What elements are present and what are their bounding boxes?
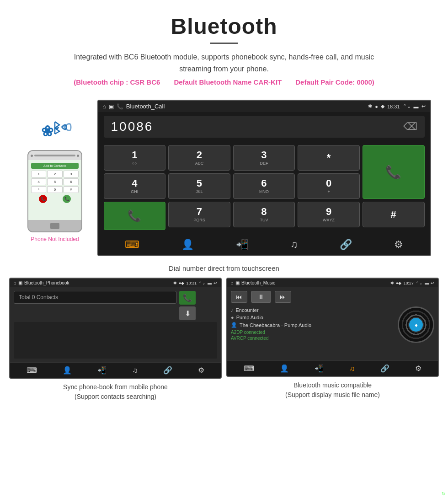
phone-side: ❀ Add to Contacts 1 2 <box>17 100 93 242</box>
phonebook-wrap: ⌂ ▣ Bluetooth_Phonebook ✱ ●◆ 18:31 ⌃⌄ ▬ … <box>9 278 222 402</box>
pb-call-transfer-icon[interactable]: 📲 <box>97 366 107 375</box>
spec-name: Default Bluetooth Name CAR-KIT <box>174 78 282 86</box>
pb-call-button[interactable]: 📞 <box>179 291 196 305</box>
key-3[interactable]: 3DEF <box>233 145 295 171</box>
music-content: ⏮ ⏸ ⏭ ♪ Encounter ● Pump Audio <box>227 287 438 360</box>
key-star[interactable]: * <box>298 145 360 171</box>
music-pause-button[interactable]: ⏸ <box>251 291 271 303</box>
track-note-icon: ♪ <box>231 307 234 313</box>
page-specs: (Bluetooth chip : CSR BC6 Default Blueto… <box>18 78 430 86</box>
phonebook-content: Total 0 Contacts 📞 ⬇ <box>10 287 221 362</box>
phonebook-status-bar: ⌂ ▣ Bluetooth_Phonebook ✱ ●◆ 18:31 ⌃⌄ ▬ … <box>10 279 221 287</box>
dial-number: 10086 <box>111 119 154 134</box>
track-1-label: Encounter <box>236 307 259 313</box>
status-left: ⌂ ▣ 📞 Bluetooth_Call <box>103 103 165 110</box>
status-right: ✱ ● ◆ 18:31 ⌃⌄ ▬ ↩ <box>368 103 425 109</box>
menu-icon: ▬ <box>414 104 419 109</box>
key-hash[interactable]: # <box>363 202 425 227</box>
home-icon: ⌂ <box>103 103 106 110</box>
music-bottom-bar: ⌨ 👤 📲 ♫ 🔗 ⚙ <box>227 360 438 376</box>
music-icon[interactable]: ♫ <box>290 239 298 251</box>
key-6[interactable]: 6MNO <box>233 173 295 199</box>
pb-menu: ▬ <box>208 281 212 285</box>
signal-dot2: ◆ <box>381 103 384 109</box>
music-prev-button[interactable]: ⏮ <box>231 291 247 303</box>
track-row-1: ♪ Encounter <box>231 306 394 314</box>
track-list: ♪ Encounter ● Pump Audio 👤 The Cheebacab… <box>231 306 394 343</box>
key-9[interactable]: 9WXYZ <box>298 202 360 227</box>
music-next-button[interactable]: ⏭ <box>275 291 291 303</box>
settings-icon[interactable]: ⚙ <box>394 239 403 251</box>
pb-contacts-icon[interactable]: 👤 <box>63 366 72 375</box>
mu-link-icon[interactable]: 🔗 <box>380 364 389 373</box>
page-title: Bluetooth <box>18 14 430 39</box>
contact-search-field[interactable]: Total 0 Contacts <box>14 291 176 304</box>
phone-icon-status: 📞 <box>117 103 123 110</box>
mu-app-name: Bluetooth_Music <box>241 280 275 285</box>
page-header: Bluetooth Integrated with BC6 Bluetooth … <box>0 0 448 95</box>
phone-image: Add to Contacts 1 2 3 4 5 6 * 0 # 📞 📞 <box>27 150 82 232</box>
keypad-icon[interactable]: ⌨ <box>125 239 139 251</box>
mu-contacts-icon[interactable]: 👤 <box>280 364 289 373</box>
phone-key-star: * <box>31 186 46 193</box>
music-controls: ⏮ ⏸ ⏭ <box>231 291 434 303</box>
phone-add-contact: Add to Contacts <box>31 163 79 169</box>
pb-status-right: ✱ ●◆ 18:31 ⌃⌄ ▬ ↩ <box>173 281 217 285</box>
mu-keypad-icon[interactable]: ⌨ <box>244 364 254 373</box>
mu-signal: ●◆ <box>396 281 401 285</box>
pb-keypad-icon[interactable]: ⌨ <box>27 366 37 375</box>
mu-home-icon: ⌂ <box>231 280 234 285</box>
contacts-icon[interactable]: 👤 <box>181 239 194 251</box>
mu-settings-icon[interactable]: ⚙ <box>415 364 421 373</box>
call-button[interactable]: 📞 <box>363 145 425 199</box>
signal-dot: ● <box>375 104 378 109</box>
pb-settings-icon[interactable]: ⚙ <box>198 366 204 375</box>
mu-time: 18:27 <box>403 281 414 285</box>
music-wrap: ⌂ ▣ Bluetooth_Music ✱ ●◆ 18:27 ⌃⌄ ▬ ↩ ⏮ … <box>226 278 439 402</box>
key-5[interactable]: 5JKL <box>168 173 230 199</box>
pb-time: 18:31 <box>186 281 197 285</box>
pb-status-left: ⌂ ▣ Bluetooth_Phonebook <box>14 280 69 285</box>
key-0[interactable]: 0+ <box>298 173 360 199</box>
pb-music-icon[interactable]: ♫ <box>132 366 138 375</box>
mu-status-left: ⌂ ▣ Bluetooth_Music <box>231 280 275 285</box>
pb-link-icon[interactable]: 🔗 <box>163 366 172 375</box>
key-7[interactable]: 7PQRS <box>168 202 230 227</box>
dial-display: 10086 ⌫ <box>104 116 425 138</box>
mu-bt-icon: ✱ <box>390 281 394 285</box>
track-3-label: The Cheebacabra - Pump Audio <box>240 322 311 328</box>
phone-key-0: 0 <box>47 186 62 193</box>
album-art: ⬧ <box>398 306 434 343</box>
pb-window-icon: ▣ <box>18 280 22 285</box>
key-8[interactable]: 8TUV <box>233 202 295 227</box>
mu-expand: ⌃⌄ <box>416 281 423 285</box>
key-4[interactable]: 4GHI <box>104 173 166 199</box>
pb-bottom-bar: ⌨ 👤 📲 ♫ 🔗 ⚙ <box>10 362 221 378</box>
phone-key-hash: # <box>64 186 79 193</box>
backspace-button[interactable]: ⌫ <box>403 121 417 133</box>
call-transfer-icon[interactable]: 📲 <box>236 239 248 251</box>
contacts-list-area <box>14 322 217 359</box>
phone-key-2: 2 <box>47 171 62 177</box>
expand-icon: ⌃⌄ <box>403 103 411 109</box>
phone-bottom-bar <box>28 220 81 231</box>
phone-screen: Add to Contacts 1 2 3 4 5 6 * 0 # 📞 📞 <box>28 160 81 220</box>
phone-call-btn: 📞 <box>63 195 71 203</box>
pb-signal: ●◆ <box>179 281 184 285</box>
track-dot-icon: ● <box>231 315 234 320</box>
link-icon[interactable]: 🔗 <box>340 239 352 251</box>
pb-bt-icon: ✱ <box>173 281 177 285</box>
phone-key-6: 6 <box>64 178 79 185</box>
phone-not-included-label: Phone Not Included <box>31 236 79 242</box>
mu-call-transfer-icon[interactable]: 📲 <box>315 364 324 373</box>
phone-top-bar <box>28 151 81 160</box>
signal-waves-svg <box>46 113 73 141</box>
recall-button[interactable]: 📞 ↻ <box>104 202 166 230</box>
key-2[interactable]: 2ABC <box>168 145 230 171</box>
title-underline <box>210 43 238 44</box>
pb-download-button[interactable]: ⬇ <box>179 306 196 320</box>
pb-app-name: Bluetooth_Phonebook <box>24 280 69 285</box>
mu-music-icon[interactable]: ♫ <box>349 365 355 373</box>
track-row-3: 👤 The Cheebacabra - Pump Audio <box>231 321 394 329</box>
key-1[interactable]: 1○○ <box>104 145 166 171</box>
